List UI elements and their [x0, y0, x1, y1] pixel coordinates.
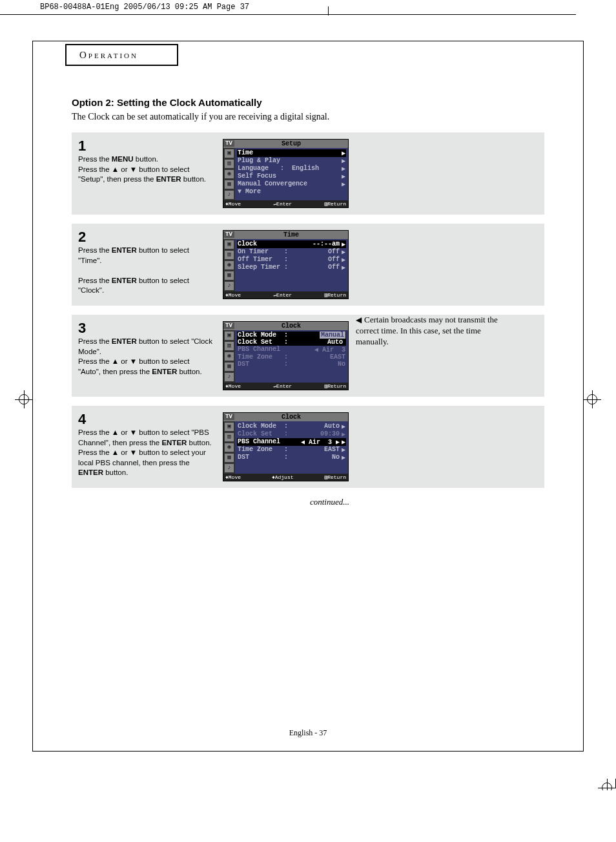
osd-footer: ♦Move ↵Enter ▥Return — [223, 291, 348, 299]
osd-footer-enter: ↵Enter — [273, 292, 292, 298]
osd-footer-enter: ↵Enter — [273, 201, 292, 207]
osd-footer-adjust: ♦Adjust — [272, 474, 294, 480]
osd-tv-badge: TV — [223, 231, 234, 238]
option-title: Option 2: Setting the Clock Automaticall… — [72, 97, 544, 108]
osd-icon: ♪ — [225, 373, 234, 381]
osd-footer: ♦Move ↵Enter ▥Return — [223, 200, 348, 207]
osd-icon-strip: ▣ ▥ ◉ ▦ ♪ — [223, 239, 235, 291]
osd-icon: ▥ — [225, 433, 234, 441]
osd-icon: ▣ — [225, 240, 234, 249]
osd-rows: Clock--:--am▶On Timer :Off▶Off Timer :Of… — [235, 239, 348, 291]
osd-rows: Time▶Plug & Play▶Language : English▶Self… — [235, 148, 348, 200]
step-text: Press the ▲ or ▼ button to select "PBS C… — [78, 428, 214, 478]
osd-clock-pbs: TVClock ▣ ▥ ◉ ▦ ♪ Clock Mode :Auto▶Clock… — [223, 412, 349, 481]
osd-tv-badge: TV — [223, 322, 234, 329]
osd-title: Clock — [282, 322, 301, 330]
osd-icon: ♪ — [225, 464, 234, 472]
step-text: Press the MENU button.Press the ▲ or ▼ b… — [78, 154, 214, 185]
step-block-2: 2 Press the ENTER button to select "Time… — [72, 224, 544, 306]
page-box: Operation Option 2: Setting the Clock Au… — [32, 41, 584, 752]
osd-icon-strip: ▣ ▥ ◉ ▦ ♪ — [223, 330, 235, 383]
osd-icon: ◉ — [225, 170, 234, 178]
osd-footer-return: ▥Return — [324, 292, 346, 298]
page-footer: English - 37 — [33, 728, 583, 738]
osd-footer: ♦Move ♦Adjust ▥Return — [223, 474, 348, 481]
osd-footer-move: ♦Move — [225, 474, 241, 480]
osd-icon: ▥ — [225, 160, 234, 168]
osd-footer-enter: ↵Enter — [273, 383, 292, 389]
step-number: 1 — [78, 139, 214, 153]
osd-icon: ▦ — [225, 363, 234, 371]
osd-icon: ◉ — [225, 352, 234, 361]
crop-mark-bottom — [615, 779, 616, 788]
step-number: 2 — [78, 230, 214, 244]
osd-title: Time — [283, 231, 299, 238]
step-number: 3 — [78, 321, 214, 335]
osd-icon: ▥ — [225, 342, 234, 350]
osd-icon: ▣ — [225, 423, 234, 431]
osd-icon: ▦ — [225, 271, 234, 280]
osd-icon-strip: ▣ ▥ ◉ ▦ ♪ — [223, 421, 235, 474]
register-mark-right — [583, 390, 601, 408]
osd-icon: ▣ — [225, 149, 234, 158]
osd-footer-return: ▥Return — [324, 383, 346, 389]
osd-icon: ♪ — [225, 191, 234, 199]
print-header-line — [0, 14, 576, 15]
osd-tv-badge: TV — [223, 414, 234, 420]
side-note-text: Certain broadcasts may not transmit the … — [356, 315, 498, 346]
osd-time: TVTime ▣ ▥ ◉ ▦ ♪ Clock--:--am▶On Timer :… — [223, 230, 349, 299]
osd-icon: ▥ — [225, 251, 234, 259]
osd-rows: Clock Mode :Auto▶Clock Set :09:30▶PBS Ch… — [235, 421, 348, 474]
step-number: 4 — [78, 412, 214, 426]
step-text: Press the ENTER button to select "Clock … — [78, 337, 214, 377]
osd-footer-return: ▥Return — [324, 201, 346, 207]
osd-setup: TVSetup ▣ ▥ ◉ ▦ ♪ Time▶Plug & Play▶Langu… — [223, 139, 349, 208]
osd-rows: Clock Mode :ManualClock Set :AutoPBS Cha… — [235, 330, 348, 383]
section-tab-text: Operation — [79, 50, 138, 60]
osd-footer-return: ▥Return — [324, 474, 346, 480]
step-block-1: 1 Press the MENU button.Press the ▲ or ▼… — [72, 132, 544, 215]
step-block-3: 3 Press the ENTER button to select "Cloc… — [72, 315, 544, 397]
register-mark-left — [15, 390, 33, 408]
osd-icon: ▦ — [225, 454, 234, 462]
osd-icon: ▣ — [225, 332, 234, 340]
step-text: Press the ENTER button to select "Time".… — [78, 246, 214, 296]
crop-mark-top — [328, 6, 329, 16]
osd-tv-badge: TV — [223, 140, 234, 147]
osd-footer: ♦Move ↵Enter ▥Return — [223, 383, 348, 390]
osd-title: Clock — [282, 414, 301, 421]
osd-icon: ◉ — [225, 443, 234, 452]
print-header: BP68-00488A-01Eng 2005/06/13 09:25 AM Pa… — [0, 0, 616, 13]
side-note: ◀Certain broadcasts may not transmit the… — [356, 315, 498, 348]
section-tab: Operation — [65, 44, 178, 66]
osd-footer-move: ♦Move — [225, 383, 241, 389]
osd-footer-move: ♦Move — [225, 201, 241, 207]
continued: continued... — [72, 497, 349, 507]
osd-icon: ♪ — [225, 282, 234, 290]
osd-clock-mode: TVClock ▣ ▥ ◉ ▦ ♪ Clock Mode :ManualCloc… — [223, 321, 349, 390]
osd-icon: ◉ — [225, 261, 234, 269]
step-block-4: 4 Press the ▲ or ▼ button to select "PBS… — [72, 406, 544, 488]
osd-footer-move: ♦Move — [225, 292, 241, 298]
note-arrow-icon: ◀ — [356, 315, 362, 326]
option-subtitle: The Clock can be set automatically if yo… — [72, 112, 544, 122]
register-mark-bottom — [598, 779, 616, 790]
osd-title: Setup — [282, 140, 301, 147]
body-column: Option 2: Setting the Clock Automaticall… — [72, 97, 544, 507]
osd-icon-strip: ▣ ▥ ◉ ▦ ♪ — [223, 148, 235, 200]
osd-icon: ▦ — [225, 180, 234, 189]
